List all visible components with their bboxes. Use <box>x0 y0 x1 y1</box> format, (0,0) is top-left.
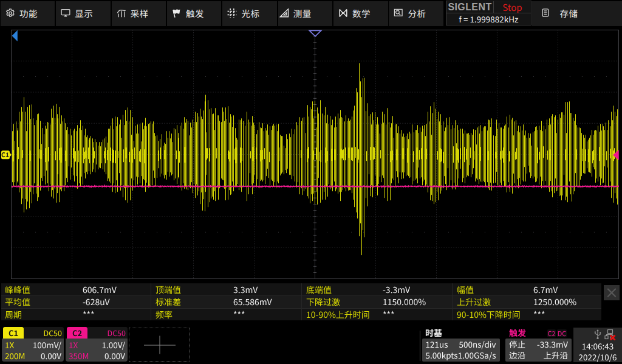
run-state[interactable]: Stop <box>494 1 531 13</box>
menu-item-label: 存储 <box>560 7 578 19</box>
channel-box-c1[interactable]: C1DC501X100mV/200M0.00V <box>2 327 64 362</box>
channel-coupling: DC50 <box>87 327 128 339</box>
status-row: SIGLENT Stop <box>446 1 531 13</box>
timebase-scale: 500ns/div <box>459 339 496 349</box>
measurement-value: *** <box>383 308 395 321</box>
measurement-value: 65.586mV <box>233 295 272 308</box>
measurement-panel: 峰峰值606.7mV顶端值3.3mV底端值-3.3mV幅值6.7mV平均值-62… <box>1 283 601 321</box>
empty-channel-slot[interactable] <box>129 328 190 362</box>
channel-tab[interactable]: C1 <box>3 327 24 339</box>
display-icon <box>61 8 70 18</box>
divider <box>151 283 151 321</box>
gear-icon <box>5 8 15 18</box>
channel-bandwidth: 350M <box>69 351 89 361</box>
storage-icon <box>541 8 550 18</box>
trigger-flag-icon <box>172 8 182 18</box>
divider <box>301 283 302 321</box>
channel-bandwidth: 200M <box>5 351 25 361</box>
oscilloscope-screen: { "menu": { "items": [ { "label": "功能", … <box>0 0 622 364</box>
c1-zero-marker[interactable]: C1 <box>1 150 12 159</box>
menu-item-storage[interactable]: 存储 <box>532 1 622 26</box>
trigger-title[interactable]: 触发 <box>509 327 526 339</box>
clock: 14:06:43 <box>573 341 622 351</box>
trigger-status-box: SIGLENT Stop f = 1.999882kHz <box>446 1 531 25</box>
measure-icon <box>279 8 289 18</box>
trigger-coupling-badge: DC <box>557 329 567 337</box>
menu-item-2[interactable]: 显示 <box>56 1 110 26</box>
add-trace-crosshair-icon <box>129 328 189 361</box>
trigger-frequency-readout: f = 1.999882kHz <box>446 13 531 25</box>
measurement-label: 底端值 <box>306 283 332 296</box>
menu-bar: 功能显示采样触发光标测量数学分析 SIGLENT Stop f = 1.9998… <box>0 0 622 27</box>
menu-item-3[interactable]: 采样 <box>112 1 166 26</box>
menu-item-1[interactable]: 功能 <box>1 1 55 26</box>
menu-item-6[interactable]: 测量 <box>278 1 332 26</box>
channel-coupling: DC50 <box>24 327 64 339</box>
measurement-label: 下降过激 <box>306 295 340 308</box>
measurement-value: 1150.000% <box>383 295 426 308</box>
measurement-label: 频率 <box>156 308 173 321</box>
menu-item-label: 显示 <box>75 7 93 19</box>
measurement-label: 平均值 <box>5 295 30 308</box>
menu-item-4[interactable]: 触发 <box>167 1 221 26</box>
channel-scale: 1.00V/ <box>101 340 125 350</box>
acquire-icon <box>117 8 126 18</box>
menu-item-label: 触发 <box>186 7 204 19</box>
timebase-box[interactable]: 121us500ns/div 5.00kpts1.00GSa/s <box>422 339 500 362</box>
trigger-mode: 边沿 <box>509 350 525 360</box>
measurement-label: 90-10%下降时间 <box>457 308 521 321</box>
cursor-icon <box>227 8 237 18</box>
trigger-position-marker[interactable] <box>309 30 321 36</box>
measurement-label: 标准差 <box>156 295 181 308</box>
menu-item-5[interactable]: 光标 <box>222 1 276 26</box>
menu-item-7[interactable]: 数学 <box>333 1 388 26</box>
trigger-level-marker[interactable] <box>613 150 619 160</box>
measurement-value: 6.7mV <box>533 283 558 296</box>
trigger-level: -33.3mV <box>537 339 568 349</box>
measurement-value: 606.7mV <box>83 283 117 296</box>
menu-item-label: 测量 <box>293 7 312 19</box>
scope-markers: C1 <box>0 27 622 279</box>
measurement-value: *** <box>83 308 95 321</box>
channel-box-c2[interactable]: C2DC501X1.00V/350M0.00V <box>66 327 128 362</box>
system-status-panel: 14:06:43 2022/10/6 <box>573 328 622 363</box>
lan-disconnected-icon <box>604 329 616 340</box>
usb-icon <box>593 329 602 340</box>
menu-item-label: 采样 <box>131 7 149 19</box>
measurement-value: -628uV <box>83 295 110 308</box>
divider <box>452 283 453 321</box>
divider <box>420 331 420 361</box>
trigger-status: 停止 <box>509 339 525 349</box>
channel-settings: 1X100mV/200M0.00V <box>2 339 64 362</box>
bottom-status-bar: C1DC501X100mV/200M0.00V C2DC501X1.00V/35… <box>0 325 622 364</box>
menu-item-label: 功能 <box>19 7 38 19</box>
measurement-close-button[interactable] <box>604 285 620 300</box>
brand-logo: SIGLENT <box>446 1 494 13</box>
timebase-title[interactable]: 时基 <box>425 327 442 339</box>
measurement-label: 顶端值 <box>156 283 181 296</box>
svg-text:C1: C1 <box>1 150 9 159</box>
measurement-value: *** <box>533 308 545 321</box>
menu-item-label: 光标 <box>241 7 259 19</box>
channel-offset: 0.00V <box>41 351 61 361</box>
delay-indicator[interactable] <box>12 30 18 42</box>
channel-settings: 1X1.00V/350M0.00V <box>66 339 128 362</box>
math-icon <box>338 8 348 18</box>
date: 2022/10/6 <box>573 352 622 362</box>
measurement-label: 上升过激 <box>457 295 491 308</box>
timebase-delay: 121us <box>426 339 448 349</box>
menu-item-8[interactable]: 分析 <box>389 1 443 26</box>
measurement-label: 周期 <box>5 308 22 321</box>
analysis-icon <box>394 8 403 18</box>
trigger-box[interactable]: 停止-33.3mV 边沿上升沿 <box>505 339 572 362</box>
measurement-value: *** <box>233 308 245 321</box>
measurement-label: 10-90%上升时间 <box>306 308 370 321</box>
measurement-value: -3.3mV <box>383 283 410 296</box>
measurement-label: 幅值 <box>457 283 474 296</box>
waveform-display: C1 <box>0 27 622 279</box>
measurement-label: 峰峰值 <box>5 283 30 296</box>
channel-tab[interactable]: C2 <box>67 327 87 339</box>
trigger-source-badge: C2 <box>547 329 556 337</box>
channel-atten: 1X <box>69 340 78 350</box>
menu-item-label: 数学 <box>352 7 371 19</box>
